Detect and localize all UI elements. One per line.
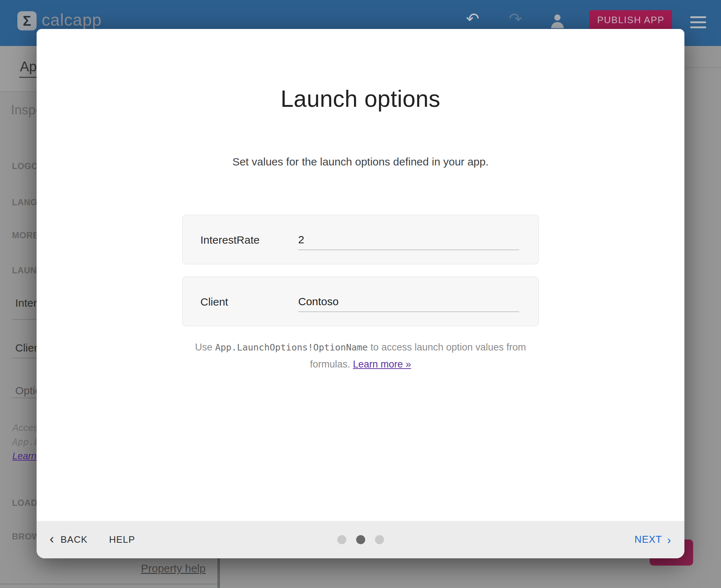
helper-prefix: Use [195, 342, 215, 353]
dialog-title: Launch options [37, 85, 684, 112]
section-browser: BROWSER [12, 532, 37, 542]
section-more: MORE [12, 230, 37, 240]
bottom-divider [0, 584, 218, 584]
client-input[interactable]: Contoso [298, 291, 519, 312]
app-tab-underline [19, 77, 37, 78]
learn-more-link[interactable]: Learn more » [353, 359, 411, 370]
next-button[interactable]: NEXT › [634, 521, 671, 558]
bg-field-underline [12, 358, 37, 358]
helper-text: Use App.LaunchOptions!OptionName to acce… [187, 339, 534, 373]
inspector-title: Inspector [11, 102, 37, 118]
undo-icon[interactable]: ↶ [466, 11, 479, 27]
bg-field-underline [12, 319, 37, 320]
bg-note-code: App.Launch [12, 437, 37, 447]
section-language: LANG [12, 197, 37, 207]
bg-field-options[interactable]: Options [15, 385, 37, 397]
dialog-subtitle: Set values for the launch options define… [37, 156, 684, 168]
pagination-dot[interactable] [337, 535, 346, 544]
pane-splitter [217, 558, 220, 588]
section-logo: LOGO [12, 161, 37, 171]
field-label: Client [200, 277, 228, 327]
account-icon-body [551, 22, 564, 28]
account-icon[interactable] [550, 14, 564, 28]
interestrate-input[interactable]: 2 [298, 229, 519, 250]
brand-wordmark: calcapp [42, 10, 102, 30]
app-name-tab[interactable]: App [20, 59, 37, 75]
bg-field-interestrate[interactable]: InterestRate [15, 297, 37, 309]
bg-field-client[interactable]: Client [15, 342, 37, 354]
band-divider [0, 91, 37, 92]
bg-learn-more-link[interactable]: Learn more [12, 450, 37, 462]
inspector-pane-clipped: App Inspector LOGO LANG MORE LAUNCH Inte… [0, 0, 37, 588]
redo-icon[interactable]: ↷ [509, 11, 522, 27]
next-chevron-icon: › [667, 534, 671, 546]
launch-options-dialog: Launch options Set values for the launch… [37, 29, 684, 558]
field-card-client: Client Contoso [182, 277, 539, 326]
helper-code: App.LaunchOptions!OptionName [215, 342, 368, 353]
property-help-link[interactable]: Property help [141, 562, 205, 575]
dialog-footer: ‹ BACK HELP NEXT › [37, 521, 684, 558]
publish-app-button[interactable]: PUBLISH APP [589, 10, 672, 30]
field-card-interestrate: InterestRate 2 [182, 215, 539, 264]
pagination-dot[interactable] [356, 535, 365, 544]
field-label: InterestRate [200, 215, 259, 265]
bg-field-underline [12, 398, 37, 398]
section-loading: LOADING [12, 498, 37, 508]
bg-note-line1: Access la [12, 422, 37, 433]
pagination-dot[interactable] [375, 535, 384, 544]
right-pane-divider [684, 67, 721, 68]
account-icon-head [554, 14, 560, 21]
calcapp-designer-screen: Σ calcapp ↶ ↷ PUBLISH APP App Inspector … [0, 0, 721, 588]
next-label: NEXT [634, 534, 662, 545]
section-launch-options: LAUNCH [12, 265, 37, 276]
pagination-dots [37, 521, 684, 558]
menu-icon[interactable] [690, 16, 706, 28]
